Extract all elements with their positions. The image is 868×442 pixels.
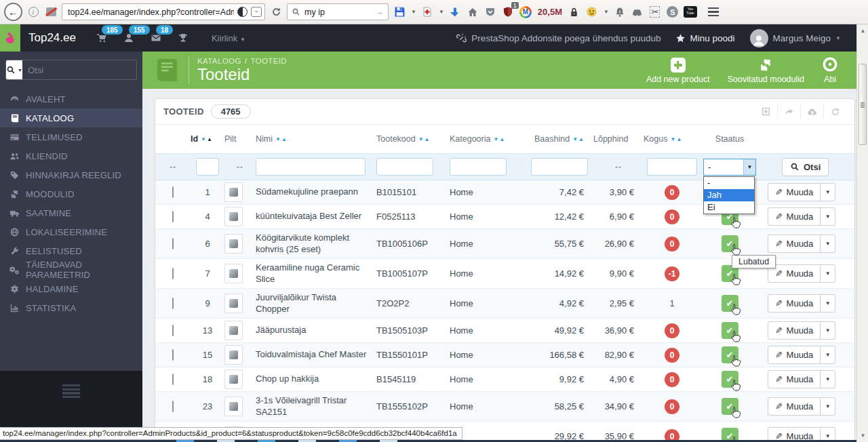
save-dropdown-caret[interactable]: ▼ <box>411 9 416 15</box>
scrollbar-thumb[interactable] <box>859 64 867 145</box>
orders-quick-icon[interactable]: 185 <box>96 33 107 43</box>
medkit-bookmark-button[interactable] <box>420 5 434 20</box>
car-mode-button[interactable] <box>631 5 644 20</box>
status-option-no[interactable]: Ei <box>704 201 754 214</box>
save-page-button[interactable] <box>393 5 406 20</box>
sidebar-item-saatmine[interactable]: SAATMINE <box>0 203 142 222</box>
edit-split-button[interactable]: ✎Muuda ▼ <box>768 294 836 313</box>
menu-hamburger-button[interactable] <box>707 5 720 20</box>
my-shop-link[interactable]: Minu poodi <box>675 33 734 43</box>
edit-dropdown-caret[interactable]: ▼ <box>820 208 835 225</box>
sidebar-item-moodulid[interactable]: MOODULID <box>0 184 142 203</box>
sidebar-item-lokaliseerimine[interactable]: LOKALISEERIMINE <box>0 222 142 241</box>
edit-dropdown-caret[interactable]: ▼ <box>820 371 835 388</box>
search-go-icon[interactable]: → <box>375 7 384 17</box>
product-name[interactable]: Südamekujuline praepann <box>256 186 376 198</box>
row-checkbox[interactable] <box>172 401 174 412</box>
row-checkbox[interactable] <box>172 211 174 222</box>
sidebar-search-button[interactable]: ▼ <box>6 60 22 79</box>
url-bar[interactable]: top24.ee/manager/index.php?controller=Ad… <box>62 3 265 20</box>
sidebar-search-input[interactable] <box>22 60 137 79</box>
row-checkbox[interactable] <box>172 238 174 249</box>
filter-code-input[interactable] <box>376 158 433 176</box>
product-name[interactable]: Chop up hakkija <box>256 374 376 385</box>
row-checkbox[interactable] <box>172 374 174 385</box>
breadcrumb-products[interactable]: TOOTEID <box>250 57 287 65</box>
filter-qty-input[interactable] <box>647 158 697 176</box>
add-icon-button[interactable] <box>754 104 777 120</box>
column-nimi[interactable]: Nimi▼▲ <box>256 134 376 144</box>
filter-baseprice-input[interactable] <box>531 158 588 176</box>
sidebar-item-statistika[interactable]: STATISTIKA <box>0 298 142 317</box>
import-icon-button[interactable] <box>800 104 823 120</box>
product-thumbnail[interactable] <box>224 294 243 313</box>
back-button[interactable]: ← <box>4 3 22 21</box>
sidebar-item-haldamine[interactable]: HALDAMINE <box>0 279 142 298</box>
edit-split-button[interactable]: ✎Muuda ▼ <box>768 370 836 388</box>
product-thumbnail[interactable] <box>224 369 243 389</box>
product-thumbnail[interactable] <box>224 207 243 226</box>
product-name[interactable]: Toiduvalmistaja Chef Master <box>256 349 376 361</box>
greasemonkey-button[interactable] <box>585 5 599 20</box>
status-option-any[interactable]: - <box>704 177 754 189</box>
export-icon-button[interactable] <box>777 104 800 120</box>
sidebar-search[interactable]: ▼ <box>5 60 137 80</box>
breadcrumb-catalog[interactable]: KATALOOG <box>197 57 241 65</box>
medkit-dropdown-caret[interactable]: ▼ <box>439 9 444 15</box>
status-filter-select[interactable]: - ▼ - Jah Ei <box>703 159 756 176</box>
user-menu[interactable]: Margus Meigo ▼ <box>750 29 841 47</box>
product-thumbnail[interactable] <box>224 182 243 202</box>
sidebar-item-hinnakirja-reeglid[interactable]: HINNAKIRJA REEGLID <box>0 165 142 184</box>
messages-quick-icon[interactable]: 18 <box>151 33 161 43</box>
customers-quick-icon[interactable]: 155 <box>123 33 134 43</box>
search-submit-button[interactable]: Otsi <box>782 158 829 176</box>
add-new-product-button[interactable]: Add new product <box>646 58 710 84</box>
reload-button[interactable] <box>269 5 283 20</box>
alarm-bell-button[interactable]: z <box>613 5 627 20</box>
traffic-monitor-icon[interactable]: M <box>519 5 532 20</box>
row-checkbox[interactable] <box>172 268 174 279</box>
edit-dropdown-caret[interactable]: ▼ <box>820 346 835 363</box>
adblock-circle-icon[interactable] <box>237 7 248 17</box>
product-thumbnail[interactable] <box>224 321 243 340</box>
trophy-icon[interactable] <box>178 33 189 43</box>
sidebar-item-t-iendavad-parameetrid[interactable]: TÄIENDAVAD PARAMEETRID <box>0 260 142 279</box>
product-name[interactable]: Keraamiline nuga Ceramic Slice <box>256 262 376 285</box>
row-checkbox[interactable] <box>172 186 174 198</box>
plugin-blocked-icon[interactable] <box>44 5 58 20</box>
sidebar-item-kliendid[interactable]: KLIENDID <box>0 146 142 165</box>
edit-split-button[interactable]: ✎Muuda ▼ <box>768 346 836 364</box>
product-thumbnail[interactable] <box>224 234 243 254</box>
greasemonkey-caret[interactable]: ▼ <box>604 9 609 15</box>
traffic-counter[interactable]: 20,5M <box>538 7 562 17</box>
filter-id-input[interactable] <box>196 158 219 176</box>
filter-name-input[interactable] <box>256 158 366 176</box>
page-info-icon[interactable]: i <box>26 5 40 20</box>
filter-category-input[interactable] <box>450 158 507 176</box>
sidebar-item-eelistused[interactable]: EELISTUSED <box>0 241 142 260</box>
scrollbar-down-arrow[interactable]: ▼ <box>857 430 868 441</box>
refresh-icon-button[interactable] <box>823 104 846 120</box>
help-button[interactable]: Abi <box>822 56 838 84</box>
product-thumbnail[interactable] <box>224 264 243 283</box>
product-name[interactable]: 3-1s Võileivagrill Tristar SA2151 <box>256 395 376 418</box>
column-kategooria[interactable]: Kategooria▼▲ <box>450 134 526 144</box>
sidebar-item-tellimused[interactable]: TELLIMUSED <box>0 127 142 146</box>
edit-dropdown-caret[interactable]: ▼ <box>820 184 835 201</box>
skype-button[interactable]: S <box>666 5 679 20</box>
edit-dropdown-caret[interactable]: ▼ <box>820 295 835 312</box>
column-tootekood[interactable]: Tootekood▼▲ <box>376 134 450 144</box>
edit-dropdown-caret[interactable]: ▼ <box>820 235 835 252</box>
edit-dropdown-caret[interactable]: ▼ <box>820 265 835 282</box>
sidebar-item-avaleht[interactable]: AVALEHT <box>0 89 142 108</box>
scrollbar-up-arrow[interactable]: ▲ <box>857 26 868 36</box>
product-name[interactable]: Juurviljalõikur Twista Chopper <box>256 292 376 315</box>
brand-name[interactable]: Top24.ee <box>28 31 76 45</box>
product-name[interactable]: Köögitarvikute komplekt kohvris (25 eset… <box>256 233 376 256</box>
row-checkbox[interactable] <box>172 349 174 361</box>
edit-dropdown-caret[interactable]: ▼ <box>820 398 835 415</box>
extension-icon[interactable]: ~ <box>251 7 262 17</box>
recommended-modules-button[interactable]: Soovitatud moodulid <box>728 58 804 84</box>
edit-split-button[interactable]: ✎Muuda ▼ <box>768 207 836 226</box>
search-query[interactable]: my ip <box>304 7 371 17</box>
